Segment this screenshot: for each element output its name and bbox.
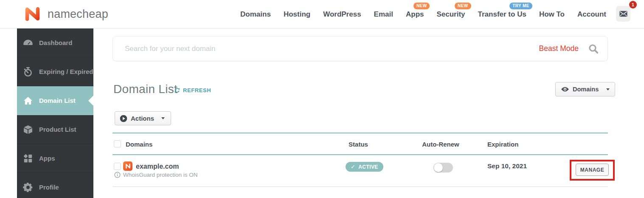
new-badge: NEW: [455, 3, 471, 9]
brand-wordmark: namecheap: [48, 8, 108, 21]
apps-grid-icon: [22, 153, 34, 164]
refresh-link[interactable]: REFRESH: [174, 87, 211, 93]
play-circle-icon: [119, 114, 128, 123]
column-header-expiration: Expiration: [487, 141, 518, 148]
gear-icon: [22, 182, 34, 193]
sidebar-item-label: Domain List: [39, 97, 76, 104]
eye-icon: [561, 85, 569, 93]
package-icon: [22, 124, 34, 135]
sidebar-item-label: Profile: [39, 184, 59, 191]
sidebar-item-product-list[interactable]: Product List: [17, 115, 93, 144]
domain-name[interactable]: example.com: [136, 163, 179, 170]
nav-item-security[interactable]: Security NEW: [436, 10, 465, 19]
nav-item-hosting[interactable]: Hosting: [284, 10, 310, 19]
table-header-rule: [112, 154, 608, 155]
row-bottom-rule: [112, 187, 608, 187]
inbox-button[interactable]: [616, 6, 630, 22]
page-title: Domain List: [113, 82, 177, 96]
namecheap-logo-icon: [23, 6, 42, 22]
nav-item-how-to[interactable]: How To: [539, 10, 565, 19]
sidebar-item-label: Apps: [39, 155, 55, 162]
search-icon[interactable]: [588, 43, 599, 54]
info-icon[interactable]: [114, 172, 121, 178]
domain-search-bar: Beast Mode: [112, 36, 608, 61]
sidebar-item-label: Expiring / Expired: [39, 68, 93, 75]
column-header-auto-renew: Auto-Renew: [411, 141, 470, 148]
actions-button[interactable]: Actions: [115, 111, 171, 125]
toggle-knob: [434, 163, 443, 172]
whoisguard-note: WhoisGuard protection is ON: [114, 172, 198, 178]
sidebar-item-expiring-expired[interactable]: Expiring / Expired: [17, 57, 93, 86]
check-icon: ✓: [351, 164, 355, 170]
domain-search-input[interactable]: [125, 45, 530, 53]
manage-button[interactable]: MANAGE: [576, 164, 609, 176]
sidebar-item-apps[interactable]: Apps: [17, 144, 93, 173]
chevron-down-icon: [161, 117, 165, 119]
top-nav-bar: namecheap Domains Hosting WordPress Emai…: [0, 0, 644, 28]
stopwatch-icon: [22, 66, 34, 77]
namecheap-mark-icon: [125, 163, 131, 169]
nav-item-email[interactable]: Email: [374, 10, 393, 19]
main-nav: Domains Hosting WordPress Email Apps NEW…: [240, 0, 606, 28]
house-icon: [22, 95, 34, 106]
namecheap-dashboard: namecheap Domains Hosting WordPress Emai…: [0, 0, 644, 198]
sidebar-item-domain-list[interactable]: Domain List: [17, 86, 93, 115]
nav-item-transfer[interactable]: Transfer to Us TRY ME: [478, 10, 526, 19]
sidebar-item-profile[interactable]: Profile: [17, 173, 93, 198]
gauge-icon: [22, 37, 34, 48]
expiration-date: Sep 10, 2021: [487, 162, 527, 170]
auto-renew-toggle[interactable]: [433, 163, 453, 173]
select-all-checkbox[interactable]: [114, 140, 121, 147]
nav-item-account[interactable]: Account: [577, 10, 606, 19]
sidebar-item-dashboard[interactable]: Dashboard: [17, 28, 93, 57]
try-me-badge: TRY ME: [509, 3, 532, 9]
column-header-domains: Domains: [126, 141, 152, 148]
column-header-status: Status: [337, 141, 380, 148]
nav-item-apps[interactable]: Apps NEW: [406, 10, 424, 19]
namecheap-logo[interactable]: namecheap: [23, 6, 108, 22]
domain-favicon: [123, 161, 132, 171]
sidebar: Dashboard Expiring / Expired Domain List…: [17, 28, 93, 198]
envelope-icon: [619, 9, 628, 19]
sidebar-item-label: Product List: [39, 126, 76, 133]
beast-mode-link[interactable]: Beast Mode: [539, 44, 579, 53]
status-badge: ✓ ACTIVE: [346, 162, 383, 172]
chevron-down-icon: [606, 88, 610, 91]
domains-filter-button[interactable]: Domains: [555, 82, 615, 96]
table-top-rule: [112, 133, 608, 133]
new-badge: NEW: [413, 3, 430, 9]
refresh-icon: [174, 87, 180, 93]
nav-item-wordpress[interactable]: WordPress: [323, 10, 361, 19]
row-checkbox[interactable]: [114, 163, 121, 170]
sidebar-item-label: Dashboard: [39, 39, 72, 46]
inbox-count-badge: 1: [629, 1, 637, 8]
nav-item-domains[interactable]: Domains: [240, 10, 271, 19]
